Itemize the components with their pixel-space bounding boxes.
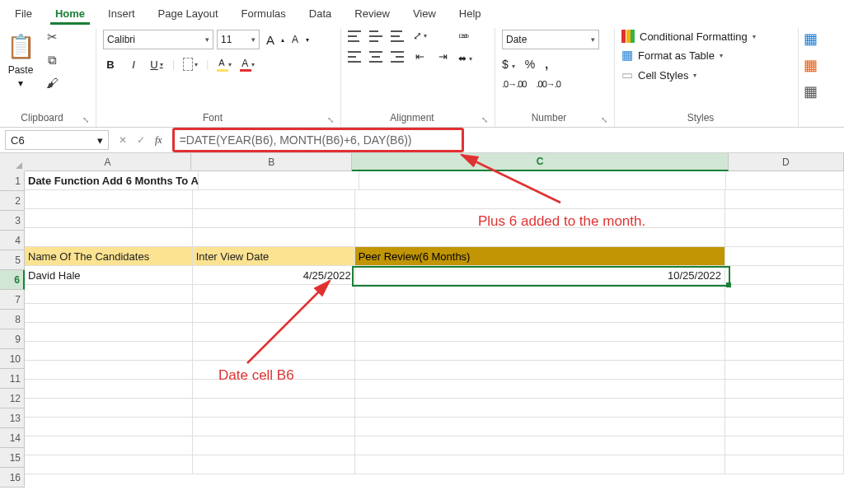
cell[interactable] — [355, 190, 725, 209]
menu-review[interactable]: Review — [345, 4, 400, 23]
fill-color-button[interactable]: ▾ — [217, 59, 232, 69]
overflow-icon-2[interactable] — [804, 56, 818, 74]
menu-help[interactable]: Help — [449, 4, 491, 23]
paste-dropdown-icon[interactable]: ▾ — [18, 77, 23, 89]
indent-decrease-icon[interactable]: ⇤ — [412, 50, 427, 63]
font-launcher-icon[interactable]: ⤡ — [327, 115, 334, 124]
cell[interactable] — [355, 342, 725, 361]
align-middle-icon[interactable] — [369, 30, 382, 42]
row-header[interactable]: 13 — [0, 408, 25, 428]
row-header[interactable]: 3 — [0, 211, 25, 231]
cell[interactable] — [193, 418, 355, 436]
font-size-combo[interactable]: 11 ▾ — [217, 30, 260, 49]
align-right-icon[interactable] — [391, 51, 404, 63]
select-all-corner[interactable] — [0, 153, 26, 172]
font-color-button[interactable]: ▾ — [240, 59, 255, 69]
cell[interactable] — [193, 190, 355, 209]
number-format-combo[interactable]: Date ▾ — [502, 30, 599, 49]
cell[interactable] — [725, 209, 844, 228]
cell[interactable] — [25, 304, 193, 323]
row-header[interactable]: 12 — [0, 389, 25, 408]
cell[interactable] — [725, 323, 844, 342]
align-left-icon[interactable] — [348, 51, 361, 63]
menu-data[interactable]: Data — [299, 4, 341, 23]
cell[interactable] — [25, 209, 193, 228]
cell[interactable] — [193, 228, 355, 247]
cell[interactable] — [725, 436, 844, 455]
orientation-icon[interactable]: ⤢▾ — [412, 30, 427, 42]
cell[interactable] — [193, 455, 355, 474]
cancel-formula-icon[interactable]: ✕ — [119, 134, 127, 146]
row-header[interactable]: 1 — [0, 171, 25, 191]
menu-insert[interactable]: Insert — [98, 4, 145, 23]
cell[interactable] — [355, 399, 725, 418]
cell[interactable] — [355, 380, 725, 399]
cell[interactable] — [193, 323, 355, 342]
menu-page-layout[interactable]: Page Layout — [148, 4, 228, 23]
cell[interactable] — [193, 380, 355, 399]
increase-decimal-icon[interactable]: .0→.00 — [502, 79, 526, 89]
decrease-decimal-icon[interactable]: .00→.0 — [536, 79, 560, 89]
cell[interactable] — [25, 418, 193, 436]
cell[interactable] — [355, 361, 725, 380]
cell-C6[interactable]: 10/25/2022 — [355, 266, 725, 285]
copy-icon[interactable]: ⧉ — [45, 53, 59, 68]
cell[interactable] — [355, 304, 725, 323]
cell[interactable] — [355, 436, 725, 455]
cell[interactable] — [25, 285, 193, 304]
cell[interactable] — [25, 380, 193, 399]
paste-icon[interactable]: 📋 — [7, 30, 35, 63]
italic-button[interactable]: I — [126, 58, 141, 71]
cell-C5[interactable]: Peer Review(6 Months) — [355, 247, 725, 266]
row-header[interactable]: 7 — [0, 290, 25, 310]
format-as-table-button[interactable]: Format as Table▾ — [621, 48, 770, 63]
cell-B5[interactable]: Inter View Date — [193, 247, 355, 266]
cell[interactable] — [193, 209, 355, 228]
align-top-icon[interactable] — [348, 30, 361, 42]
underline-button[interactable]: U▾ — [149, 58, 164, 71]
clipboard-launcher-icon[interactable]: ⤡ — [82, 115, 89, 124]
col-header-B[interactable]: B — [191, 153, 352, 171]
row-header[interactable]: 6 — [0, 270, 25, 290]
row-header[interactable]: 2 — [0, 191, 25, 211]
worksheet[interactable]: A B C D 1 2 3 4 5 6 7 8 9 10 11 12 13 14… — [0, 153, 844, 504]
align-bottom-icon[interactable] — [391, 30, 404, 42]
currency-button[interactable]: $ ▾ — [502, 58, 515, 71]
alignment-launcher-icon[interactable]: ⤡ — [481, 115, 488, 124]
formula-bar[interactable]: =DATE(YEAR(B6), MONTH(B6)+6, DAY(B6)) — [172, 128, 464, 152]
cell-A1[interactable]: Date Function Add 6 Months To A Date — [25, 171, 199, 190]
number-launcher-icon[interactable]: ⤡ — [601, 115, 607, 124]
cell[interactable] — [355, 455, 725, 474]
row-header[interactable]: 15 — [0, 448, 25, 468]
cell-B1[interactable] — [199, 171, 359, 190]
cell-A5[interactable]: Name Of The Candidates — [25, 247, 193, 266]
cut-icon[interactable]: ✂ — [45, 30, 59, 44]
shrink-font-icon[interactable]: A — [288, 34, 302, 45]
grow-font-icon[interactable]: A — [263, 33, 278, 47]
menu-file[interactable]: File — [5, 4, 42, 23]
row-header[interactable]: 10 — [0, 349, 25, 369]
cell[interactable] — [25, 399, 193, 418]
row-header[interactable]: 8 — [0, 310, 25, 329]
cell-styles-button[interactable]: Cell Styles▾ — [621, 68, 770, 82]
cell[interactable] — [725, 399, 844, 418]
cell[interactable] — [725, 285, 844, 304]
cell[interactable] — [725, 361, 844, 380]
menu-formulas[interactable]: Formulas — [232, 4, 296, 23]
menu-home[interactable]: Home — [45, 4, 95, 23]
bold-button[interactable]: B — [103, 58, 118, 71]
row-header[interactable]: 11 — [0, 369, 25, 389]
cell[interactable] — [193, 361, 355, 380]
row-header[interactable]: 4 — [0, 231, 25, 250]
fx-icon[interactable]: fx — [155, 134, 162, 147]
cell[interactable] — [193, 304, 355, 323]
cell[interactable] — [25, 190, 193, 209]
indent-increase-icon[interactable]: ⇥ — [435, 50, 450, 63]
col-header-A[interactable]: A — [25, 153, 191, 171]
overflow-icon-1[interactable] — [804, 30, 818, 48]
row-header[interactable]: 9 — [0, 329, 25, 349]
conditional-formatting-button[interactable]: Conditional Formatting▾ — [621, 30, 770, 43]
align-center-icon[interactable] — [369, 51, 382, 63]
cell[interactable] — [355, 285, 725, 304]
row-header[interactable]: 16 — [0, 468, 25, 488]
